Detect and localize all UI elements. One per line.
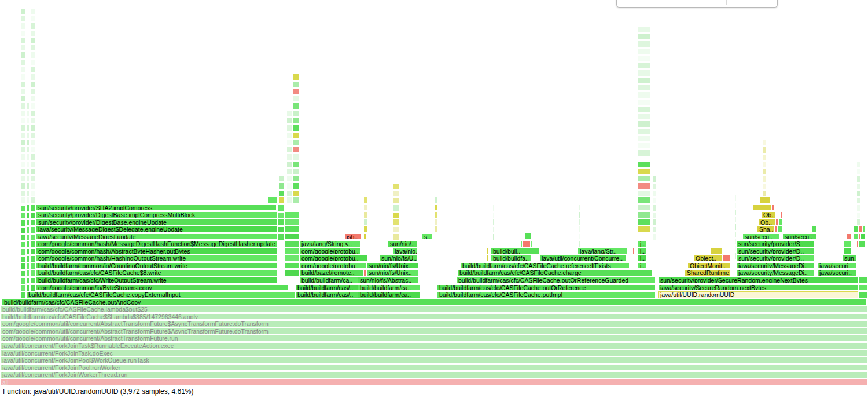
flame-cell[interactable] <box>735 217 737 224</box>
flame-cell[interactable] <box>20 234 25 241</box>
flame-cell[interactable] <box>286 197 292 204</box>
flame-cell[interactable] <box>26 255 30 262</box>
flame-cell[interactable] <box>638 41 650 47</box>
flame-cell[interactable] <box>286 110 292 117</box>
flame-cell[interactable] <box>653 226 656 233</box>
flame-frame[interactable]: all <box>0 379 868 386</box>
flame-cell[interactable] <box>492 233 495 240</box>
flame-cell[interactable] <box>486 248 489 255</box>
flame-cell[interactable] <box>267 197 278 204</box>
flame-frame[interactable]: sun/security/provider/SHA2.implCompress <box>36 204 277 211</box>
flame-cell[interactable] <box>26 241 30 248</box>
flame-cell[interactable] <box>653 190 656 197</box>
flame-frame[interactable]: sun/nio/fs/U.. <box>379 255 418 262</box>
flame-cell[interactable] <box>21 147 25 153</box>
flame-cell[interactable] <box>638 226 650 233</box>
flame-cell[interactable] <box>854 233 858 240</box>
flame-cell[interactable] <box>26 139 30 146</box>
flame-cell[interactable] <box>638 197 650 204</box>
flame-frame[interactable]: s.. <box>422 233 433 240</box>
flame-cell[interactable] <box>21 117 25 124</box>
flame-cell[interactable] <box>30 197 35 204</box>
flame-cell[interactable] <box>292 168 299 175</box>
flame-cell[interactable] <box>292 103 299 109</box>
flame-frame[interactable]: build/buildfarm/cas/cfc/CASFileCache.put… <box>2 299 867 306</box>
flame-cell[interactable] <box>763 175 767 182</box>
flame-cell[interactable] <box>20 263 25 270</box>
flame-cell[interactable] <box>363 233 366 240</box>
flame-frame[interactable]: java/util/concurrent/ForkJoinPool$WorkQu… <box>0 357 868 364</box>
flame-frame[interactable]: java/security/MessageDi.. <box>736 262 815 269</box>
flame-cell[interactable] <box>579 226 581 233</box>
flame-cell[interactable] <box>286 125 292 131</box>
flame-cell[interactable] <box>21 96 25 103</box>
flame-cell[interactable] <box>638 204 650 211</box>
flame-cell[interactable] <box>277 219 284 226</box>
flame-cell[interactable] <box>292 125 299 131</box>
flame-cell[interactable] <box>26 190 30 197</box>
flame-cell[interactable] <box>859 277 868 284</box>
flame-cell[interactable] <box>286 161 292 168</box>
flame-frame[interactable]: java/securi.. <box>817 269 856 276</box>
flame-cell[interactable] <box>856 175 861 182</box>
flame-cell[interactable] <box>21 81 25 88</box>
flame-cell[interactable] <box>859 291 868 298</box>
flame-frame[interactable]: java/security/MessageDigest.update <box>36 233 278 240</box>
flame-frame[interactable]: com/google/protobu.. <box>299 255 367 262</box>
flame-cell[interactable] <box>30 81 35 88</box>
flame-cell[interactable] <box>286 139 292 146</box>
flame-cell[interactable] <box>26 284 30 291</box>
flame-cell[interactable] <box>285 219 300 226</box>
flame-cell[interactable] <box>435 204 437 211</box>
flame-cell[interactable] <box>856 183 861 190</box>
flame-cell[interactable] <box>435 226 437 233</box>
flame-cell[interactable] <box>531 240 533 247</box>
flame-cell[interactable] <box>492 204 495 211</box>
flame-cell[interactable] <box>778 219 783 226</box>
flame-cell[interactable] <box>524 233 531 240</box>
flame-cell[interactable] <box>638 85 650 91</box>
flame-cell[interactable] <box>292 81 299 88</box>
flame-cell[interactable] <box>763 147 767 153</box>
flame-frame[interactable]: build/buildfa.. <box>491 255 531 262</box>
flame-cell[interactable] <box>843 240 852 247</box>
flame-cell[interactable] <box>26 212 30 219</box>
flame-frame[interactable]: java/securi.. <box>817 262 856 269</box>
flame-cell[interactable] <box>30 277 35 284</box>
flame-cell[interactable] <box>862 226 866 233</box>
flame-cell[interactable] <box>30 212 35 219</box>
flame-frame[interactable]: build/buildfarm/ca.. <box>358 291 420 298</box>
flame-frame[interactable]: sun/security/provider/S.. <box>736 240 815 247</box>
flame-cell[interactable] <box>856 161 861 168</box>
flame-frame[interactable]: java/security/MessageDi.. <box>736 269 815 276</box>
flame-frame[interactable]: com/google/common/util/concurrent/Abstra… <box>0 320 868 327</box>
flame-cell[interactable] <box>26 197 30 204</box>
flame-cell[interactable] <box>292 175 299 182</box>
flame-cell[interactable] <box>26 153 30 160</box>
flame-cell[interactable] <box>21 16 25 23</box>
flame-cell[interactable] <box>843 248 852 255</box>
flame-cell[interactable] <box>638 114 650 120</box>
flame-cell[interactable] <box>777 226 783 233</box>
flame-cell[interactable] <box>26 110 30 117</box>
flame-cell[interactable] <box>292 147 299 153</box>
flame-frame[interactable]: build/buildfarm/cas/cfc/CASFileCache.put… <box>437 284 656 291</box>
flame-cell[interactable] <box>21 175 25 182</box>
flame-cell[interactable] <box>638 55 650 62</box>
flame-cell[interactable] <box>30 8 35 15</box>
flame-frame[interactable]: com/google/common/hash/AbstractByteHashe… <box>36 248 278 255</box>
flame-cell[interactable] <box>21 197 25 204</box>
flame-frame[interactable]: com/google/common/io/ByteStreams.copy <box>36 284 288 291</box>
flame-cell[interactable] <box>638 120 650 127</box>
flame-cell[interactable] <box>752 204 771 211</box>
flame-cell[interactable] <box>277 204 284 211</box>
flame-cell[interactable] <box>638 142 650 149</box>
flame-frame[interactable]: sun/nio/fs/Abstrac.. <box>358 277 418 284</box>
flame-cell[interactable] <box>20 227 25 234</box>
flame-frame[interactable]: build/buildfarm/cas/cfc/CASFileCache.ref… <box>460 262 630 269</box>
flame-cell[interactable] <box>638 219 650 226</box>
flame-frame[interactable]: java/security/MessageDigest$Delegate.eng… <box>36 226 281 233</box>
flame-cell[interactable] <box>638 128 650 135</box>
flame-frame[interactable]: Ob.. <box>761 211 775 218</box>
flame-frame[interactable]: build/buildfarm/cas/cfc/CASFileCache.lam… <box>0 306 868 313</box>
